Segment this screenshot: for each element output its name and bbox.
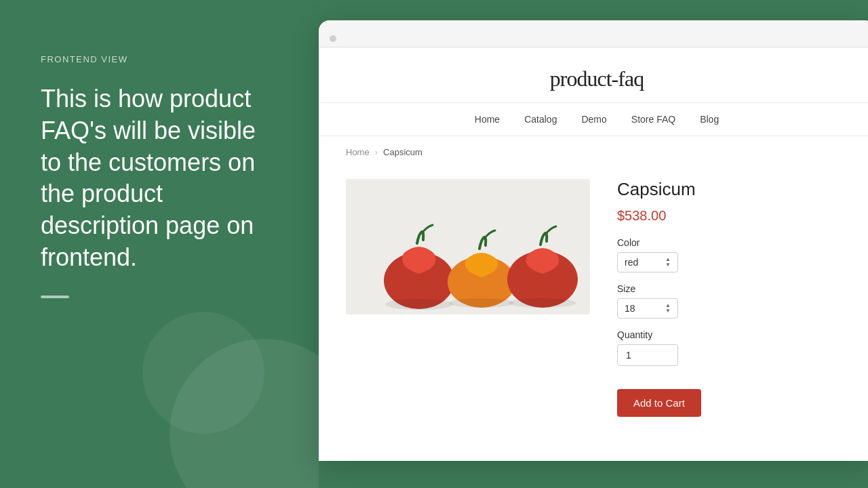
store-header: product-faq: [319, 47, 868, 103]
browser-window: product-faq Home Catalog Demo Store FAQ …: [319, 20, 868, 461]
product-section: Capsicum $538.00 Color red ▲ ▼: [319, 168, 868, 437]
svg-point-5: [385, 299, 453, 310]
nav-item-blog[interactable]: Blog: [700, 114, 719, 125]
color-value: red: [625, 257, 638, 268]
breadcrumb-separator: ›: [375, 147, 378, 157]
product-name: Capsicum: [617, 179, 848, 200]
store-title: product-faq: [346, 66, 848, 92]
divider: [41, 296, 69, 298]
add-to-cart-button[interactable]: Add to Cart: [617, 389, 701, 417]
size-option-group: Size 18 ▲ ▼: [617, 283, 848, 319]
right-panel: product-faq Home Catalog Demo Store FAQ …: [319, 0, 868, 488]
quantity-input[interactable]: [617, 344, 678, 366]
size-label: Size: [617, 283, 848, 294]
breadcrumb: Home › Capsicum: [319, 136, 868, 168]
circle-decoration-small: [142, 312, 264, 434]
quantity-label: Quantity: [617, 329, 848, 340]
browser-chrome: [319, 20, 868, 47]
color-option-group: Color red ▲ ▼: [617, 237, 848, 272]
nav-item-catalog[interactable]: Catalog: [524, 114, 557, 125]
size-select[interactable]: 18 ▲ ▼: [617, 298, 678, 319]
size-select-arrows: ▲ ▼: [665, 303, 671, 314]
svg-point-7: [509, 298, 576, 308]
nav-item-home[interactable]: Home: [475, 114, 500, 125]
main-description: This is how product FAQ's will be visibl…: [41, 83, 278, 274]
breadcrumb-current: Capsicum: [383, 147, 422, 157]
product-image: [346, 179, 590, 314]
store-content: product-faq Home Catalog Demo Store FAQ …: [319, 47, 868, 437]
breadcrumb-home[interactable]: Home: [346, 147, 370, 157]
color-label: Color: [617, 237, 848, 248]
nav-item-store-faq[interactable]: Store FAQ: [631, 114, 675, 125]
product-price: $538.00: [617, 208, 848, 224]
left-panel: FRONTEND VIEW This is how product FAQ's …: [0, 0, 319, 488]
color-select-arrows: ▲ ▼: [665, 257, 671, 268]
color-select[interactable]: red ▲ ▼: [617, 252, 678, 272]
size-value: 18: [625, 303, 635, 314]
product-details: Capsicum $538.00 Color red ▲ ▼: [617, 179, 848, 417]
nav-item-demo[interactable]: Demo: [581, 114, 606, 125]
quantity-option-group: Quantity: [617, 329, 848, 380]
store-nav: Home Catalog Demo Store FAQ Blog: [319, 103, 868, 136]
browser-dot-1: [330, 35, 336, 42]
section-label: FRONTEND VIEW: [41, 54, 278, 64]
svg-point-6: [449, 298, 514, 308]
